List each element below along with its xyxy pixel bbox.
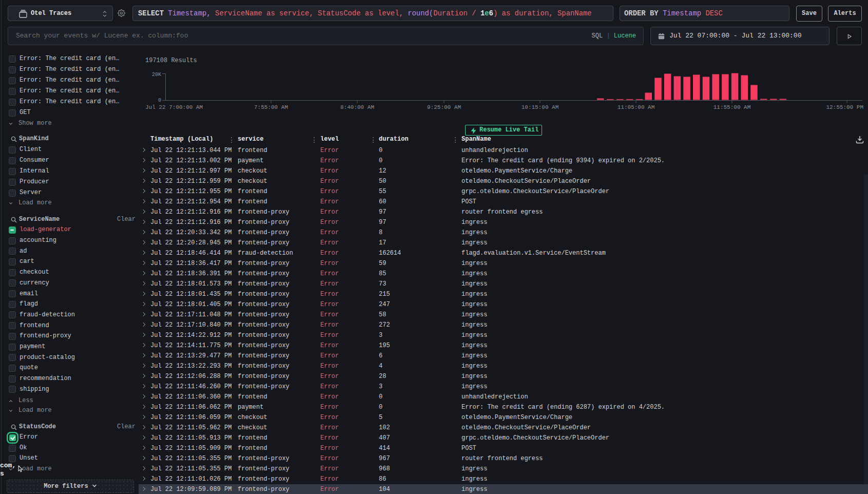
svg-text:9:25:00 AM: 9:25:00 AM <box>427 104 461 110</box>
svg-text:11:05:00 AM: 11:05:00 AM <box>618 104 655 110</box>
svg-text:10:15:00 AM: 10:15:00 AM <box>522 104 559 110</box>
svg-text:8:40:00 AM: 8:40:00 AM <box>340 104 374 110</box>
svg-text:7:55:00 AM: 7:55:00 AM <box>254 104 288 110</box>
svg-text:11:55:00 AM: 11:55:00 AM <box>713 104 751 110</box>
svg-text:20K: 20K <box>152 72 161 78</box>
svg-text:12:55:00 PM: 12:55:00 PM <box>826 104 863 110</box>
svg-text:Jul 22 7:00:00 AM: Jul 22 7:00:00 AM <box>145 104 203 110</box>
svg-text:0: 0 <box>158 98 161 103</box>
